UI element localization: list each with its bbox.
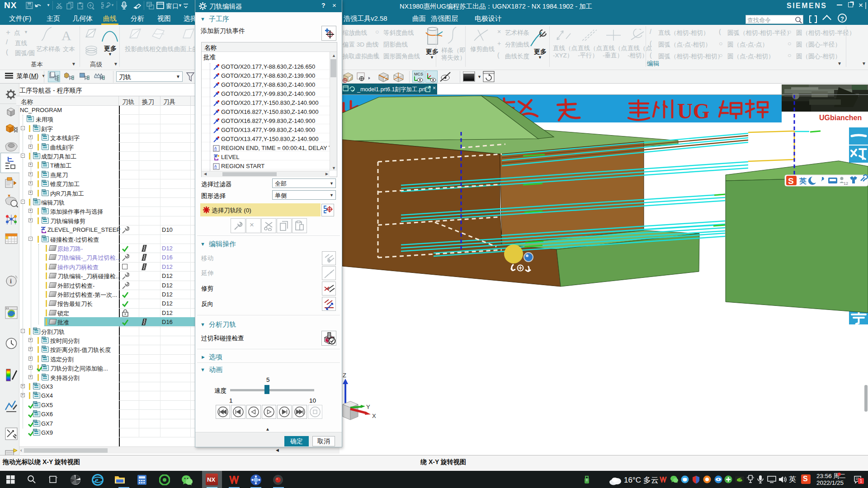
- svg-text:X: X: [372, 413, 376, 419]
- svg-text:12: 12: [844, 181, 848, 186]
- svg-text:e: e: [95, 476, 99, 484]
- svg-text:UGbianchen: UGbianchen: [819, 114, 862, 122]
- svg-text:S: S: [788, 176, 794, 186]
- svg-text:i: i: [10, 278, 12, 285]
- svg-text:MCS: MCS: [414, 72, 423, 76]
- svg-text:英: 英: [799, 177, 807, 185]
- svg-text:UG: UG: [677, 99, 710, 123]
- svg-text:A: A: [214, 146, 217, 150]
- svg-text:A: A: [214, 164, 217, 168]
- svg-text:Z: Z: [343, 372, 346, 379]
- svg-text:Y: Y: [366, 404, 370, 410]
